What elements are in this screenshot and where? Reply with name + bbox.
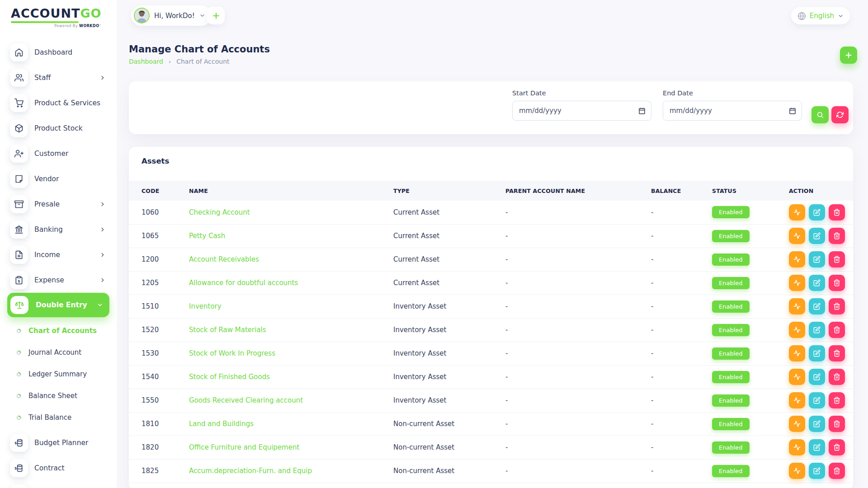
sidebar-item-product-services[interactable]: Product & Services (0, 90, 117, 116)
account-code: 1825 (129, 459, 189, 483)
parent-account-name: - (505, 436, 651, 459)
row-edit-button[interactable] (809, 392, 825, 408)
row-activity-button[interactable] (789, 392, 805, 408)
sidebar-item-budget-planner[interactable]: $Budget Planner (0, 430, 117, 455)
row-delete-button[interactable] (829, 204, 845, 221)
row-edit-button[interactable] (809, 369, 825, 385)
parent-account-name: - (505, 459, 651, 483)
account-code: 1065 (129, 224, 189, 248)
sidebar-item-staff[interactable]: Staff (0, 65, 117, 90)
account-name-link[interactable]: Stock of Finished Goods (189, 373, 270, 381)
row-delete-button[interactable] (829, 345, 845, 361)
activity-icon (793, 420, 801, 427)
chevron-right-icon (99, 226, 106, 233)
account-name-link[interactable]: Stock of Raw Materials (189, 326, 266, 334)
sidebar-item-product-stock[interactable]: Product Stock (0, 116, 117, 141)
apply-filter-button[interactable] (811, 106, 829, 123)
row-activity-button[interactable] (789, 204, 805, 221)
row-edit-button[interactable] (809, 463, 825, 479)
account-type: Current Asset (393, 248, 505, 271)
account-balance: - (651, 248, 712, 271)
sidebar-item-expense[interactable]: $Expense (0, 267, 117, 293)
row-activity-button[interactable] (789, 463, 805, 479)
logo-underline (11, 21, 79, 23)
start-date-input[interactable] (512, 101, 651, 121)
row-activity-button[interactable] (789, 322, 805, 338)
chevron-right-icon (99, 252, 106, 258)
row-delete-button[interactable] (829, 439, 845, 455)
sidebar-item-customer[interactable]: Customer (0, 141, 117, 166)
language-selector[interactable]: English (791, 7, 850, 24)
end-date-input[interactable] (663, 101, 802, 121)
row-activity-button[interactable] (789, 439, 805, 455)
app-logo[interactable]: ACCOUNTGO Powered By WORKDO° (11, 7, 102, 28)
row-delete-button[interactable] (829, 369, 845, 385)
row-delete-button[interactable] (829, 322, 845, 338)
status-badge: Enabled (712, 277, 750, 289)
sidebar-subitem-journal-account[interactable]: Journal Account (0, 342, 117, 363)
account-name-link[interactable]: Land and Buildings (189, 420, 254, 428)
row-activity-button[interactable] (789, 416, 805, 432)
row-edit-button[interactable] (809, 322, 825, 338)
row-edit-button[interactable] (809, 416, 825, 432)
row-edit-button[interactable] (809, 439, 825, 455)
account-name-link[interactable]: Account Receivables (189, 255, 259, 263)
sidebar-item-vendor[interactable]: Vendor (0, 166, 117, 192)
account-name-link[interactable]: Petty Cash (189, 232, 225, 240)
row-activity-button[interactable] (789, 251, 805, 267)
row-edit-button[interactable] (809, 228, 825, 244)
sidebar-item-label: Dashboard (34, 48, 72, 56)
row-edit-button[interactable] (809, 204, 825, 221)
account-name-link[interactable]: Goods Received Clearing account (189, 396, 303, 404)
sidebar-item-dashboard[interactable]: Dashboard (0, 40, 117, 65)
row-delete-button[interactable] (829, 416, 845, 432)
row-activity-button[interactable] (789, 275, 805, 291)
account-type: Inventory Asset (393, 295, 505, 318)
sidebar-item-contract[interactable]: $Contract (0, 455, 117, 481)
row-edit-button[interactable] (809, 275, 825, 291)
account-name-link[interactable]: Stock of Work In Progress (189, 349, 275, 357)
quick-add-button[interactable] (207, 7, 225, 24)
activity-icon (793, 373, 801, 380)
account-name-link[interactable]: Inventory (189, 302, 222, 310)
sidebar-item-partial[interactable]: $ (0, 481, 117, 488)
sidebar-item-double-entry[interactable]: Double Entry (7, 293, 109, 317)
row-activity-button[interactable] (789, 228, 805, 244)
row-delete-button[interactable] (829, 275, 845, 291)
row-delete-button[interactable] (829, 463, 845, 479)
account-name-link[interactable]: Office Furniture and Equipement (189, 443, 299, 451)
sidebar-item-presale[interactable]: Presale (0, 192, 117, 217)
row-delete-button[interactable] (829, 251, 845, 267)
row-delete-button[interactable] (829, 298, 845, 314)
sidebar-subitem-ledger-summary[interactable]: Ledger Summary (0, 363, 117, 385)
sidebar-item-label: Product Stock (34, 124, 83, 132)
table-row: 1065 Petty Cash Current Asset - - Enable… (129, 224, 853, 248)
home-icon (10, 43, 28, 61)
create-account-button[interactable] (840, 47, 857, 64)
reset-filter-button[interactable] (831, 106, 849, 123)
account-name-link[interactable]: Accum.depreciation-Furn. and Equip (189, 467, 312, 475)
row-edit-button[interactable] (809, 298, 825, 314)
sidebar-item-banking[interactable]: Banking (0, 217, 117, 242)
row-delete-button[interactable] (829, 228, 845, 244)
edit-icon (813, 326, 821, 333)
sidebar-item-label: Double Entry (36, 301, 87, 309)
row-activity-button[interactable] (789, 345, 805, 361)
delete-icon (833, 326, 840, 333)
edit-icon (813, 467, 821, 474)
sidebar-subitem-trial-balance[interactable]: Trial Balance (0, 407, 117, 428)
row-edit-button[interactable] (809, 251, 825, 267)
user-menu[interactable]: Hi, WorkDo! (131, 5, 212, 26)
sidebar-item-income[interactable]: Income (0, 242, 117, 267)
sidebar-subitem-chart-of-accounts[interactable]: Chart of Accounts (0, 320, 117, 342)
breadcrumb-dashboard-link[interactable]: Dashboard (129, 58, 163, 65)
row-edit-button[interactable] (809, 345, 825, 361)
sidebar-subitem-balance-sheet[interactable]: Balance Sheet (0, 385, 117, 407)
table-row: 1825 Accum.depreciation-Furn. and Equip … (129, 459, 853, 483)
chevron-right-icon (99, 201, 106, 207)
row-activity-button[interactable] (789, 298, 805, 314)
account-name-link[interactable]: Allowance for doubtful accounts (189, 279, 298, 287)
account-name-link[interactable]: Checking Account (189, 208, 250, 216)
row-activity-button[interactable] (789, 369, 805, 385)
row-delete-button[interactable] (829, 392, 845, 408)
